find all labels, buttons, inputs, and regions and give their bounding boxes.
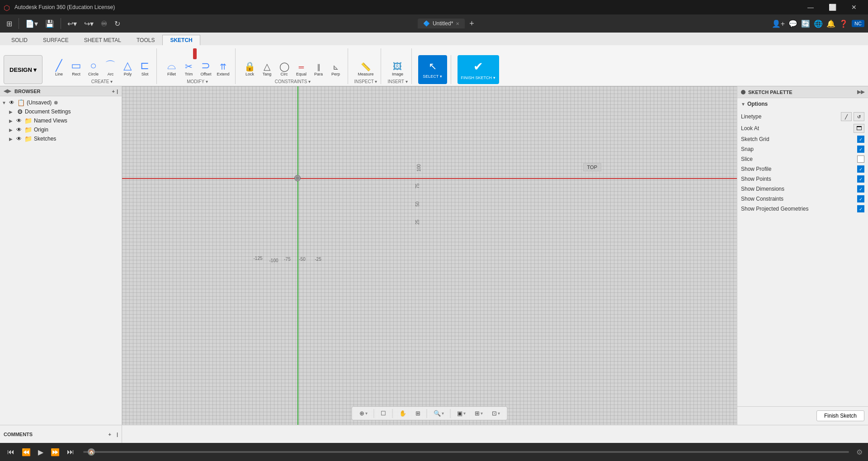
eye-icon-origin[interactable]: 👁 bbox=[16, 127, 22, 133]
show-points-checkbox[interactable]: ✓ bbox=[857, 175, 864, 183]
globe-icon[interactable]: 🌐 bbox=[814, 19, 823, 28]
grid-settings-button[interactable]: ⊞▾ bbox=[471, 409, 486, 418]
show-constraints-checkbox[interactable]: ✓ bbox=[857, 195, 864, 202]
tab-sketch[interactable]: SKETCH bbox=[162, 35, 200, 45]
step-back-button[interactable]: ⏪ bbox=[20, 446, 33, 458]
playback-settings-icon[interactable]: ⚙ bbox=[856, 448, 863, 456]
step-forward-button[interactable]: ⏩ bbox=[49, 446, 61, 458]
comments-label: COMMENTS bbox=[4, 432, 33, 437]
extend-tool[interactable]: ⇈ Extend bbox=[215, 48, 231, 77]
tab-surface[interactable]: SURFACE bbox=[35, 35, 76, 45]
collaboration-icon[interactable]: 👤+ bbox=[772, 19, 785, 28]
notification-icon[interactable]: 🔔 bbox=[826, 19, 835, 28]
play-button[interactable]: ▶ bbox=[36, 446, 45, 458]
document-tab[interactable]: 🔷 Untitled* ✕ bbox=[418, 19, 465, 28]
design-dropdown-button[interactable]: DESIGN ▾ bbox=[4, 55, 42, 84]
new-file-button[interactable]: 📄▾ bbox=[23, 18, 41, 30]
tree-item-root[interactable]: ▼ 👁 📋 (Unsaved) ⏺ bbox=[0, 98, 122, 107]
parallel-constraint[interactable]: ∥ Para bbox=[311, 48, 327, 77]
tree-item-named-views[interactable]: ▶ 👁 📁 Named Views bbox=[0, 116, 122, 125]
circle-constraint[interactable]: ◯ Circ bbox=[276, 48, 292, 77]
constraints-group-label[interactable]: CONSTRAINTS ▾ bbox=[275, 79, 311, 84]
undo-button[interactable]: ↩▾ bbox=[65, 18, 80, 30]
show-profile-checkbox[interactable]: ✓ bbox=[857, 165, 864, 173]
chat-icon[interactable]: 💬 bbox=[788, 19, 797, 28]
ribbon-content: DESIGN ▾ ╱ Line ▭ Rect ○ Circle ⌒ bbox=[0, 45, 868, 86]
tangent-constraint[interactable]: △ Tang bbox=[259, 48, 275, 77]
create-group-label[interactable]: CREATE ▾ bbox=[91, 79, 113, 84]
fit-view-button[interactable]: ☐ bbox=[377, 409, 390, 418]
browser-collapse-button[interactable]: | bbox=[117, 89, 118, 94]
measure-tool[interactable]: 📏 Measure bbox=[356, 48, 375, 77]
modify-group-label[interactable]: MODIFY ▾ bbox=[187, 79, 208, 84]
perpendicular-constraint[interactable]: ⊾ Perp bbox=[328, 48, 344, 77]
rectangle-tool[interactable]: ▭ Rect bbox=[68, 48, 84, 77]
linetype-reset-button[interactable]: ↺ bbox=[854, 112, 864, 121]
new-tab-button[interactable]: + bbox=[467, 17, 477, 30]
show-projected-checkbox[interactable]: ✓ bbox=[857, 205, 864, 212]
refresh-cloud-icon[interactable]: 🔄 bbox=[801, 19, 810, 28]
browser-add-button[interactable]: + bbox=[112, 89, 114, 94]
offset-tool[interactable]: ⊃ Offset bbox=[198, 48, 214, 77]
polygon-tool[interactable]: △ Poly bbox=[119, 48, 136, 77]
snap-checkbox[interactable]: ✓ bbox=[857, 146, 864, 153]
tree-item-origin[interactable]: ▶ 👁 📁 Origin bbox=[0, 125, 122, 134]
show-constraints-label: Show Constraints bbox=[741, 196, 783, 202]
inspect-group-label[interactable]: INSPECT ▾ bbox=[354, 79, 377, 84]
tree-item-sketches[interactable]: ▶ 👁 📁 Sketches bbox=[0, 134, 122, 143]
comments-add-button[interactable]: + bbox=[108, 432, 111, 437]
tab-tools[interactable]: TOOLS bbox=[129, 35, 162, 45]
look-at-button[interactable]: 🗖 bbox=[854, 124, 864, 133]
show-dimensions-checkbox[interactable]: ✓ bbox=[857, 185, 864, 193]
refresh-button[interactable]: ↻ bbox=[112, 18, 123, 30]
line-tool[interactable]: ╱ Line bbox=[51, 48, 67, 77]
palette-expand-icon[interactable]: ▶▶ bbox=[857, 89, 864, 95]
select-button[interactable]: ↖ SELECT ▾ bbox=[418, 55, 447, 84]
insert-group-label[interactable]: INSERT ▾ bbox=[387, 79, 407, 84]
palette-row-show-points: Show Points ✓ bbox=[741, 174, 864, 184]
redo-button[interactable]: ↪▾ bbox=[81, 18, 96, 30]
eye-icon-views[interactable]: 👁 bbox=[16, 118, 22, 124]
sketch-grid-checkbox[interactable]: ✓ bbox=[857, 136, 864, 143]
tab-solid[interactable]: SOLID bbox=[4, 35, 35, 45]
close-button[interactable]: ✕ bbox=[844, 0, 864, 14]
circle-tool[interactable]: ○ Circle bbox=[85, 48, 101, 77]
user-initials[interactable]: NC bbox=[852, 20, 864, 27]
eye-icon-sketches[interactable]: 👁 bbox=[16, 136, 22, 142]
palette-finish-sketch-button[interactable]: Finish Sketch bbox=[816, 410, 864, 421]
palette-section-title: ▼ Options bbox=[741, 101, 864, 107]
skip-end-button[interactable]: ⏭ bbox=[65, 446, 76, 458]
zoom-button[interactable]: 🔍▾ bbox=[430, 409, 448, 418]
minimize-button[interactable]: — bbox=[800, 0, 821, 14]
timeline-marker[interactable]: 🏠 bbox=[88, 448, 95, 456]
eye-icon-root[interactable]: 👁 bbox=[9, 99, 14, 106]
arc-tool[interactable]: ⌒ Arc bbox=[102, 48, 118, 77]
close-tab-icon[interactable]: ✕ bbox=[456, 21, 459, 26]
trim-tool[interactable]: ✂ Trim bbox=[180, 48, 197, 77]
tab-sheet-metal[interactable]: SHEET METAL bbox=[76, 35, 129, 45]
record-icon[interactable]: ⏺ bbox=[53, 99, 59, 106]
finish-sketch-button[interactable]: ✔ FINISH SKETCH ▾ bbox=[458, 55, 499, 84]
canvas-area[interactable]: 100 75 50 25 -125 -100 -75 -50 -25 TOP ⊕… bbox=[122, 86, 737, 425]
snap-button[interactable]: ⊕▾ bbox=[356, 409, 371, 418]
lock-constraint[interactable]: 🔒 Lock bbox=[242, 48, 258, 77]
slot-tool[interactable]: ⊏ Slot bbox=[137, 48, 153, 77]
orbit-button[interactable]: ⊞ bbox=[412, 409, 424, 418]
history-button[interactable]: ♾ bbox=[98, 18, 110, 30]
timeline[interactable]: 🏠 bbox=[83, 451, 849, 453]
insert-image-tool[interactable]: 🖼 Image bbox=[389, 48, 406, 77]
tree-item-doc-settings[interactable]: ▶ ⚙ Document Settings bbox=[0, 107, 122, 116]
grid-apps-icon[interactable]: ⊞ bbox=[4, 18, 15, 30]
viewport-button[interactable]: ⊡▾ bbox=[488, 409, 504, 418]
equal-constraint[interactable]: ═ Equal bbox=[293, 48, 310, 77]
comments-collapse-button[interactable]: | bbox=[117, 432, 118, 437]
maximize-button[interactable]: ⬜ bbox=[822, 0, 843, 14]
display-settings-button[interactable]: ▣▾ bbox=[453, 409, 469, 418]
linetype-diagonal-button[interactable]: ╱ bbox=[841, 112, 852, 121]
slice-checkbox[interactable] bbox=[857, 155, 864, 163]
help-icon[interactable]: ❓ bbox=[839, 19, 848, 28]
pan-button[interactable]: ✋ bbox=[396, 409, 410, 418]
fillet-tool[interactable]: ⌓ Fillet bbox=[163, 48, 179, 77]
skip-start-button[interactable]: ⏮ bbox=[5, 446, 16, 458]
save-button[interactable]: 💾 bbox=[42, 18, 57, 30]
